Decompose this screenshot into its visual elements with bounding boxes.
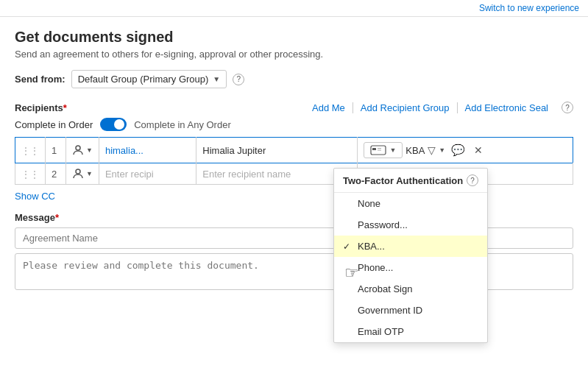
- switch-experience-link[interactable]: Switch to new experience: [479, 3, 579, 13]
- check-mark-icon: ✓: [343, 241, 353, 252]
- role-cell[interactable]: ▼: [66, 138, 99, 163]
- remove-recipient-button[interactable]: ✕: [471, 143, 486, 158]
- main-content: Get documents signed Send an agreement t…: [0, 17, 588, 304]
- svg-rect-4: [378, 150, 381, 151]
- complete-in-any-order-label: Complete in Any Order: [134, 119, 231, 130]
- dropdown-item-label: KBA...: [358, 241, 385, 252]
- svg-point-0: [76, 146, 80, 150]
- send-from-label: Send from:: [15, 74, 65, 85]
- order-toggle-row: Complete in Order Complete in Any Order: [15, 118, 573, 131]
- page-subtitle: Send an agreement to others for e-signin…: [15, 49, 573, 60]
- recipient-email-placeholder: Enter recipi: [105, 169, 154, 180]
- table-row: ⋮⋮ 2 ▼ Enter recipi E: [15, 163, 573, 185]
- top-bar: Switch to new experience: [0, 0, 588, 17]
- dropdown-item[interactable]: ✓KBA...: [334, 236, 487, 257]
- dropdown-item-label: Acrobat Sign: [358, 283, 412, 294]
- drag-handle-icon2: ⋮⋮: [21, 169, 39, 180]
- dropdown-items-list: NonePassword...✓KBA...Phone...Acrobat Si…: [334, 193, 487, 342]
- recipient-email: himalia...: [105, 145, 144, 156]
- message-label: Message*: [15, 212, 573, 223]
- show-cc-link[interactable]: Show CC: [15, 191, 573, 202]
- dropdown-item-label: Phone...: [358, 262, 393, 273]
- dropdown-title: Two-Factor Authentication: [343, 175, 463, 186]
- two-factor-dropdown: Two-Factor Authentication ? NonePassword…: [333, 168, 488, 343]
- kba-label: KBA: [405, 145, 425, 156]
- message-section: Message*: [15, 212, 573, 292]
- dropdown-item[interactable]: Password...: [334, 214, 487, 236]
- recipients-label: Recipients*: [15, 102, 67, 113]
- send-from-row: Send from: Default Group (Primary Group)…: [15, 70, 573, 88]
- dropdown-item[interactable]: None: [334, 193, 487, 214]
- dropdown-item[interactable]: Government ID: [334, 300, 487, 321]
- recipients-help-icon[interactable]: ?: [562, 102, 573, 113]
- add-recipient-group-link[interactable]: Add Recipient Group: [353, 102, 458, 113]
- role-cell2[interactable]: ▼: [66, 163, 99, 185]
- svg-rect-2: [372, 148, 376, 150]
- dropdown-header: Two-Factor Authentication ?: [334, 169, 487, 193]
- recipient-name: Himalia Jupiter: [202, 145, 266, 156]
- email-cell2[interactable]: Enter recipi: [99, 163, 196, 185]
- recipient-actions: Add Me Add Recipient Group Add Electroni…: [305, 102, 573, 113]
- row-number: 1: [52, 145, 57, 156]
- row-number-cell: 1: [46, 138, 66, 163]
- pen-icon: [72, 144, 84, 156]
- auth-icon: [370, 145, 386, 155]
- send-from-select[interactable]: Default Group (Primary Group) ▼: [71, 70, 227, 88]
- auth-method-button[interactable]: ▼: [364, 142, 403, 158]
- help-icon[interactable]: ?: [233, 74, 244, 85]
- dropdown-item-label: None: [358, 198, 380, 209]
- dropdown-item-label: Government ID: [358, 305, 422, 316]
- recipient-name-placeholder: Enter recipient name: [202, 169, 291, 180]
- chevron-down-icon: ▼: [213, 75, 220, 83]
- role-chevron-icon: ▼: [86, 146, 93, 154]
- send-from-value: Default Group (Primary Group): [78, 74, 209, 85]
- page-title: Get documents signed: [15, 29, 573, 46]
- dropdown-item-label: Email OTP: [358, 326, 404, 337]
- message-button[interactable]: 💬: [448, 142, 468, 158]
- filter-chevron-icon: ▼: [439, 146, 445, 154]
- drag-handle-icon: ⋮⋮: [21, 146, 39, 156]
- svg-rect-3: [378, 148, 381, 149]
- dropdown-item[interactable]: Acrobat Sign: [334, 278, 487, 300]
- row-number2: 2: [52, 169, 57, 180]
- add-me-link[interactable]: Add Me: [305, 102, 353, 113]
- name-cell[interactable]: Himalia Jupiter: [196, 138, 358, 163]
- dropdown-item[interactable]: Email OTP: [334, 321, 487, 342]
- agreement-name-input[interactable]: [15, 227, 573, 249]
- role-chevron-icon2: ▼: [86, 170, 93, 177]
- recipients-section: Recipients* Add Me Add Recipient Group A…: [15, 102, 573, 202]
- svg-point-5: [76, 169, 80, 174]
- dropdown-item[interactable]: Phone...: [334, 257, 487, 278]
- pen-icon2: [72, 168, 84, 180]
- auth-cell[interactable]: ▼ KBA ▽ ▼ 💬 ✕: [358, 138, 573, 163]
- row-number-cell2: 2: [46, 163, 66, 185]
- order-toggle[interactable]: [100, 118, 127, 131]
- role-button2[interactable]: ▼: [72, 168, 93, 180]
- dropdown-item-label: Password...: [358, 219, 408, 230]
- role-button[interactable]: ▼: [72, 144, 93, 156]
- auth-chevron-icon: ▼: [389, 146, 396, 154]
- drag-handle-cell: ⋮⋮: [15, 138, 46, 163]
- dropdown-help-icon[interactable]: ?: [467, 174, 478, 186]
- filter-icon: ▽: [428, 144, 436, 156]
- email-cell[interactable]: himalia...: [99, 138, 196, 163]
- recipient-table: ⋮⋮ 1 ▼ himalia... Him: [15, 137, 573, 185]
- drag-handle-cell2: ⋮⋮: [15, 163, 46, 185]
- complete-in-order-label: Complete in Order: [15, 119, 93, 130]
- table-row: ⋮⋮ 1 ▼ himalia... Him: [15, 138, 573, 163]
- add-electronic-seal-link[interactable]: Add Electronic Seal: [458, 102, 556, 113]
- message-body-input[interactable]: [15, 253, 573, 290]
